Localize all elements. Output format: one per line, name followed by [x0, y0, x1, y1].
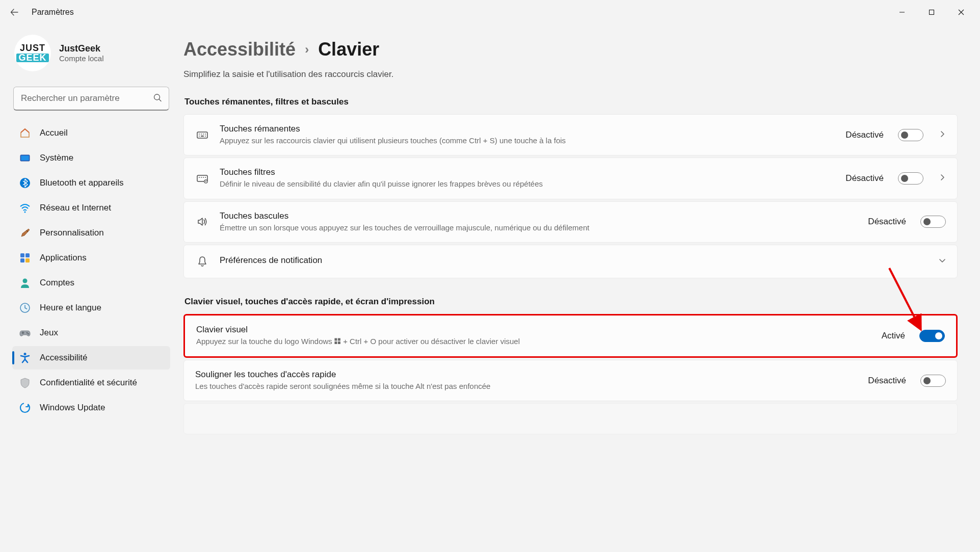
card-title: Touches rémanentes — [220, 124, 835, 134]
svg-rect-8 — [20, 253, 24, 257]
accessibility-icon — [19, 352, 31, 363]
card-title: . — [195, 413, 946, 423]
update-icon — [19, 402, 31, 413]
main-content: Accessibilité › Clavier Simplifiez la sa… — [178, 24, 980, 552]
svg-point-25 — [205, 136, 206, 137]
svg-rect-9 — [25, 253, 30, 257]
card-toggle-keys[interactable]: Touches bascules Émettre un son lorsque … — [183, 201, 958, 243]
profile-account-type: Compte local — [59, 54, 104, 63]
card-partial-cutoff[interactable]: . — [183, 403, 958, 434]
chevron-down-icon — [939, 257, 946, 266]
sidebar-item-label: Windows Update — [40, 403, 105, 413]
card-notification-prefs[interactable]: Préférences de notification — [183, 245, 958, 278]
toggle-switch[interactable] — [920, 375, 946, 387]
card-title: Touches bascules — [220, 211, 858, 221]
svg-point-23 — [199, 136, 200, 137]
toggle-state-label: Activé — [882, 331, 905, 341]
svg-rect-34 — [338, 338, 340, 340]
toggle-state-label: Désactivé — [845, 130, 884, 140]
section-heading: Touches rémanentes, filtres et bascules — [184, 97, 958, 107]
apps-icon — [19, 252, 31, 264]
toggle-switch[interactable] — [898, 172, 923, 185]
sidebar-item-label: Confidentialité et sécurité — [40, 378, 137, 388]
toggle-state-label: Désactivé — [868, 217, 906, 227]
card-onscreen-keyboard[interactable]: Clavier visuel Appuyez sur la touche du … — [183, 314, 958, 358]
card-sticky-keys[interactable]: Touches rémanentes Appuyez sur les racco… — [183, 114, 958, 155]
search-input[interactable] — [13, 87, 169, 111]
sidebar-item-accessibility[interactable]: Accessibilité — [12, 346, 170, 370]
sidebar-item-privacy[interactable]: Confidentialité et sécurité — [12, 371, 170, 395]
svg-rect-10 — [20, 258, 24, 262]
sidebar-item-time[interactable]: Heure et langue — [12, 296, 170, 320]
toggle-state-label: Désactivé — [845, 173, 884, 183]
card-group-osk: Clavier visuel Appuyez sur la touche du … — [183, 314, 958, 434]
card-underline-access-keys[interactable]: Souligner les touches d'accès rapide Les… — [183, 360, 958, 401]
home-icon — [19, 127, 31, 139]
minimize-icon — [899, 9, 905, 15]
svg-point-16 — [24, 353, 27, 355]
maximize-icon — [929, 9, 935, 15]
svg-rect-33 — [335, 338, 337, 340]
sidebar-item-update[interactable]: Windows Update — [12, 396, 170, 419]
sidebar: JUST GEEK JustGeek Compte local Accueil — [0, 24, 178, 552]
wifi-icon — [19, 202, 31, 214]
chevron-right-icon — [939, 174, 946, 183]
svg-point-19 — [199, 134, 200, 135]
breadcrumb-current: Clavier — [318, 39, 379, 60]
svg-point-14 — [27, 332, 28, 334]
app-title: Paramètres — [32, 8, 74, 17]
back-button[interactable] — [4, 2, 24, 22]
arrow-left-icon — [10, 8, 18, 16]
avatar: JUST GEEK — [14, 35, 51, 71]
card-title: Clavier visuel — [196, 325, 871, 335]
keyboard-cog-icon — [195, 171, 209, 186]
maximize-button[interactable] — [917, 2, 946, 22]
sidebar-item-system[interactable]: Système — [12, 146, 170, 170]
sidebar-item-label: Jeux — [40, 328, 58, 338]
close-icon — [958, 9, 964, 15]
sidebar-item-label: Comptes — [40, 278, 74, 288]
sidebar-item-home[interactable]: Accueil — [12, 121, 170, 145]
profile-block[interactable]: JUST GEEK JustGeek Compte local — [12, 24, 170, 85]
nav: Accueil Système Bluetooth et appareils R… — [12, 120, 170, 552]
toggle-switch[interactable] — [920, 216, 946, 228]
windows-logo-icon — [334, 337, 341, 347]
card-description: Émettre un son lorsque vous appuyez sur … — [220, 223, 858, 233]
svg-point-21 — [203, 134, 204, 135]
search-icon — [153, 93, 162, 104]
sidebar-item-bluetooth[interactable]: Bluetooth et appareils — [12, 171, 170, 195]
bluetooth-icon — [19, 177, 31, 189]
sidebar-item-apps[interactable]: Applications — [12, 246, 170, 270]
svg-line-3 — [159, 99, 161, 101]
sidebar-item-gaming[interactable]: Jeux — [12, 321, 170, 345]
card-filter-keys[interactable]: Touches filtres Définir le niveau de sen… — [183, 157, 958, 199]
svg-rect-24 — [201, 136, 204, 137]
sidebar-item-accounts[interactable]: Comptes — [12, 271, 170, 295]
svg-point-22 — [205, 134, 206, 135]
svg-rect-11 — [25, 258, 30, 262]
toggle-switch[interactable] — [898, 129, 923, 141]
clock-icon — [19, 302, 31, 313]
sidebar-item-network[interactable]: Réseau et Internet — [12, 196, 170, 220]
svg-point-27 — [199, 177, 200, 178]
sidebar-item-label: Accueil — [40, 128, 68, 138]
breadcrumb: Accessibilité › Clavier — [183, 39, 958, 60]
svg-rect-18 — [197, 132, 207, 138]
sidebar-item-label: Bluetooth et appareils — [40, 178, 123, 188]
search-box — [13, 87, 169, 111]
svg-point-29 — [203, 177, 204, 178]
toggle-switch[interactable] — [919, 330, 945, 342]
svg-point-20 — [201, 134, 202, 135]
minimize-button[interactable] — [887, 2, 917, 22]
card-title: Souligner les touches d'accès rapide — [195, 370, 858, 380]
close-button[interactable] — [946, 2, 976, 22]
svg-point-28 — [201, 177, 202, 178]
bell-icon — [195, 254, 209, 269]
sidebar-item-personalization[interactable]: Personnalisation — [12, 221, 170, 245]
profile-name: JustGeek — [59, 43, 104, 54]
svg-point-7 — [24, 212, 26, 213]
shield-icon — [19, 377, 31, 388]
breadcrumb-parent[interactable]: Accessibilité — [183, 39, 296, 60]
titlebar: Paramètres — [0, 0, 980, 24]
sound-icon — [195, 215, 209, 229]
